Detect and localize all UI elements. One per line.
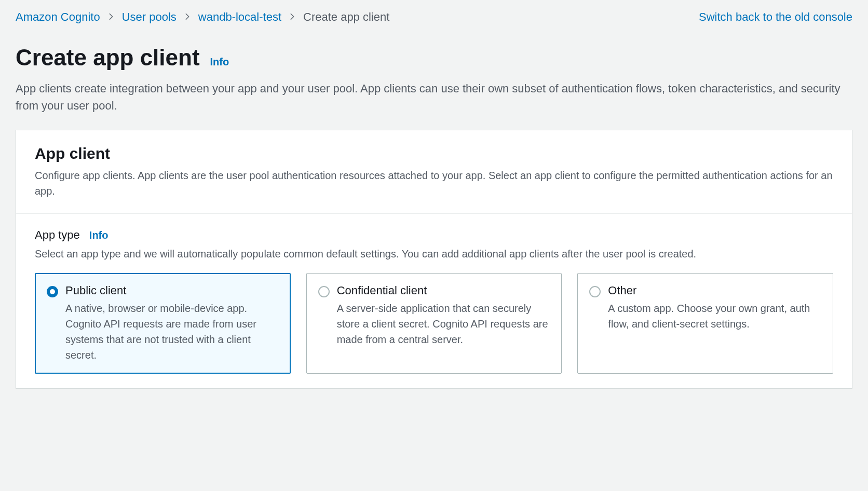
- chevron-right-icon: [184, 12, 191, 23]
- panel-header: App client Configure app clients. App cl…: [16, 130, 852, 214]
- radio-description: A server-side application that can secur…: [337, 301, 550, 347]
- radio-card-other[interactable]: Other A custom app. Choose your own gran…: [577, 273, 833, 374]
- breadcrumb: Amazon Cognito User pools wandb-local-te…: [16, 10, 389, 24]
- breadcrumb-current: Create app client: [303, 10, 389, 24]
- panel-body: App type Info Select an app type and we …: [16, 214, 852, 388]
- switch-console-link[interactable]: Switch back to the old console: [699, 10, 852, 24]
- app-client-panel: App client Configure app clients. App cl…: [16, 130, 852, 389]
- radio-card-confidential-client[interactable]: Confidential client A server-side applic…: [306, 273, 562, 374]
- chevron-right-icon: [289, 12, 296, 23]
- breadcrumb-link-pool-name[interactable]: wandb-local-test: [198, 10, 281, 24]
- app-type-description: Select an app type and we will automatic…: [35, 246, 833, 262]
- page-title: Create app client: [16, 45, 200, 71]
- breadcrumb-link-user-pools[interactable]: User pools: [122, 10, 177, 24]
- top-bar: Amazon Cognito User pools wandb-local-te…: [16, 10, 852, 24]
- page-header: Create app client Info App clients creat…: [16, 45, 852, 114]
- page-description: App clients create integration between y…: [16, 80, 852, 114]
- radio-title: Other: [608, 284, 821, 297]
- radio-title: Public client: [65, 284, 279, 297]
- breadcrumb-link-cognito[interactable]: Amazon Cognito: [16, 10, 100, 24]
- app-type-options: Public client A native, browser or mobil…: [35, 273, 833, 374]
- radio-description: A custom app. Choose your own grant, aut…: [608, 301, 821, 332]
- chevron-right-icon: [107, 12, 115, 23]
- radio-card-public-client[interactable]: Public client A native, browser or mobil…: [35, 273, 291, 374]
- app-type-title: App type: [35, 228, 80, 242]
- radio-icon: [47, 286, 58, 297]
- radio-title: Confidential client: [337, 284, 550, 297]
- panel-description: Configure app clients. App clients are t…: [35, 168, 833, 199]
- radio-icon: [318, 286, 330, 297]
- info-link-app-type[interactable]: Info: [89, 229, 108, 241]
- panel-title: App client: [35, 145, 833, 162]
- radio-description: A native, browser or mobile-device app. …: [65, 301, 279, 363]
- info-link-header[interactable]: Info: [210, 56, 229, 68]
- radio-icon: [589, 286, 601, 297]
